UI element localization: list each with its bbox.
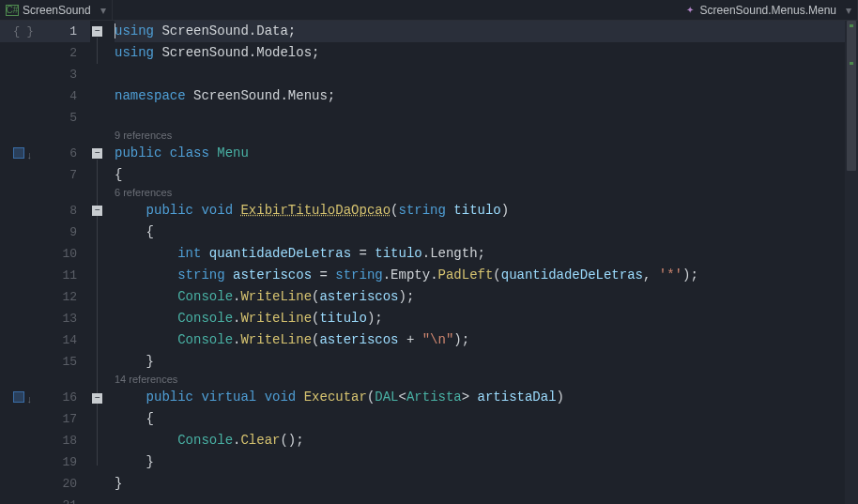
line-number: 9 [45, 221, 90, 243]
line-number: 14 [45, 329, 90, 351]
code-line[interactable] [115, 64, 858, 85]
line-number: 8 [45, 200, 90, 221]
code-line[interactable]: public virtual void Executar(DAL<Artista… [115, 387, 858, 408]
code-line[interactable]: } [115, 473, 858, 495]
fold-guide [97, 38, 98, 64]
code-line[interactable]: int quantidadeDeLetras = titulo.Length; [115, 243, 858, 265]
fold-toggle[interactable]: − [92, 206, 102, 216]
line-number: 15 [45, 351, 90, 373]
gutter-markers: { } ↓ ↓ [0, 21, 45, 504]
line-number: 12 [45, 286, 90, 308]
code-line[interactable]: string asteriscos = string.Empty.PadLeft… [115, 265, 858, 286]
line-number: 6 [45, 143, 90, 164]
line-number: 18 [45, 430, 90, 451]
arrow-down-icon: ↓ [26, 145, 33, 167]
line-number: 4 [45, 85, 90, 107]
line-number: 16 [45, 387, 90, 408]
line-number: 19 [45, 451, 90, 473]
breadcrumb-file-label: ScreenSound [23, 4, 91, 17]
code-line[interactable]: Console.WriteLine(asteriscos + "\n"); [115, 329, 858, 351]
code-line[interactable]: } [115, 351, 858, 373]
scrollbar-thumb[interactable] [847, 21, 856, 171]
line-number: 13 [45, 308, 90, 329]
code-line[interactable]: using ScreenSound.Modelos; [115, 42, 858, 64]
line-number: 20 [45, 473, 90, 495]
line-number: 2 [45, 42, 90, 64]
code-line[interactable] [115, 107, 858, 129]
code-content[interactable]: using ScreenSound.Data; using ScreenSoun… [115, 21, 858, 504]
code-editor[interactable]: { } ↓ ↓ 1 2 3 4 5 6 7 8 9 10 11 12 13 14… [0, 21, 858, 504]
gutter-line-numbers: 1 2 3 4 5 6 7 8 9 10 11 12 13 14 15 16 1… [45, 21, 90, 504]
line-number: 21 [45, 495, 90, 504]
code-line[interactable]: Console.WriteLine(asteriscos); [115, 286, 858, 308]
bookmark-marker[interactable] [13, 391, 24, 403]
breadcrumb-bar: C# ScreenSound ▾ ✦ ScreenSound.Menus.Men… [0, 0, 858, 21]
gutter-folding: − − − − [90, 21, 115, 504]
code-line[interactable]: public void ExibirTituloDaOpcao(string t… [115, 200, 858, 221]
code-line[interactable]: } [115, 451, 858, 473]
breadcrumb-file[interactable]: C# ScreenSound ▾ [0, 0, 113, 20]
codelens[interactable]: 6 references [115, 186, 858, 200]
fold-toggle[interactable]: − [92, 26, 102, 37]
chevron-down-icon: ▾ [100, 4, 106, 17]
line-number: 7 [45, 164, 90, 186]
fold-toggle[interactable]: − [92, 393, 102, 404]
bookmark-marker[interactable] [13, 147, 24, 159]
breadcrumb-symbol-label: ScreenSound.Menus.Menu [700, 4, 836, 17]
code-line[interactable]: namespace ScreenSound.Menus; [115, 85, 858, 107]
code-line[interactable]: using ScreenSound.Data; [115, 21, 858, 42]
breadcrumb-symbol[interactable]: ✦ ScreenSound.Menus.Menu ▾ [678, 0, 858, 20]
code-line[interactable]: { [115, 221, 858, 243]
line-number: 17 [45, 408, 90, 430]
code-line[interactable] [115, 495, 858, 504]
scope-brace-icon: { } [13, 22, 34, 43]
vertical-scrollbar[interactable] [845, 21, 858, 504]
scroll-marker [850, 62, 853, 65]
code-line[interactable]: Console.Clear(); [115, 430, 858, 451]
line-number: 5 [45, 107, 90, 129]
code-line[interactable]: public class Menu [115, 143, 858, 164]
line-number: 11 [45, 265, 90, 286]
line-number: 3 [45, 64, 90, 85]
line-number: 10 [45, 243, 90, 265]
method-icon: ✦ [683, 4, 697, 17]
line-number: 1 [45, 21, 90, 42]
chevron-down-icon: ▾ [846, 4, 851, 17]
fold-toggle[interactable]: − [92, 148, 102, 159]
code-line[interactable]: { [115, 408, 858, 430]
arrow-down-icon: ↓ [26, 389, 33, 411]
codelens[interactable]: 14 references [115, 373, 858, 387]
codelens[interactable]: 9 references [115, 129, 858, 143]
code-line[interactable]: Console.WriteLine(titulo); [115, 308, 858, 329]
scroll-marker [850, 24, 853, 27]
csharp-file-icon: C# [6, 5, 19, 16]
code-line[interactable]: { [115, 164, 858, 186]
